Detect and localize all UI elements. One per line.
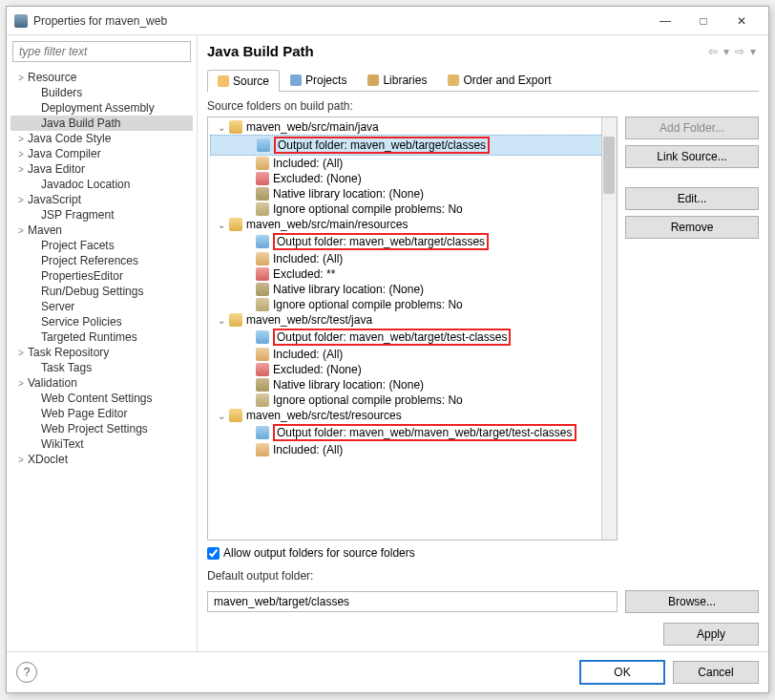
back-arrow-icon[interactable]: ⇦ bbox=[708, 45, 718, 58]
nav-label: Javadoc Location bbox=[41, 178, 130, 191]
out-icon bbox=[257, 138, 270, 152]
tree-node[interactable]: Included: (All) bbox=[210, 442, 615, 457]
tree-node[interactable]: Included: (All) bbox=[210, 251, 615, 266]
expand-icon: > bbox=[14, 134, 28, 144]
tree-node[interactable]: Native library location: (None) bbox=[210, 282, 615, 297]
nav-item[interactable]: Project Facets bbox=[10, 238, 193, 253]
tree-node[interactable]: Output folder: maven_web/target/test-cla… bbox=[210, 328, 615, 347]
nav-item[interactable]: Web Project Settings bbox=[10, 421, 193, 436]
nav-label: Java Code Style bbox=[28, 132, 111, 145]
nav-item[interactable]: >JavaScript bbox=[10, 192, 193, 207]
tree-label: Included: (All) bbox=[273, 348, 343, 361]
apply-button[interactable]: Apply bbox=[663, 623, 759, 646]
nav-item[interactable]: Web Page Editor bbox=[10, 406, 193, 421]
ok-button[interactable]: OK bbox=[579, 660, 665, 685]
scroll-thumb[interactable] bbox=[603, 137, 615, 194]
tab-projects[interactable]: Projects bbox=[280, 69, 357, 91]
tree-node[interactable]: Output folder: maven_web/target/classes bbox=[210, 135, 615, 156]
nav-tree[interactable]: >ResourceBuildersDeployment AssemblyJava… bbox=[7, 68, 197, 651]
back-dropdown-icon[interactable]: ▾ bbox=[723, 45, 729, 58]
tree-node[interactable]: ⌄maven_web/src/test/resources bbox=[210, 408, 615, 423]
source-tree-panel[interactable]: ⌄maven_web/src/main/javaOutput folder: m… bbox=[207, 117, 618, 541]
nav-item[interactable]: Service Policies bbox=[10, 314, 193, 329]
scrollbar[interactable] bbox=[601, 117, 617, 540]
default-output-row: Browse... bbox=[207, 590, 759, 613]
nav-item[interactable]: >Validation bbox=[10, 375, 193, 391]
help-button[interactable]: ? bbox=[16, 662, 37, 683]
add-folder-button[interactable]: Add Folder... bbox=[625, 117, 759, 139]
close-button[interactable]: ✕ bbox=[723, 8, 761, 34]
exc-icon bbox=[256, 363, 269, 376]
nav-item[interactable]: >Resource bbox=[10, 70, 193, 85]
nav-item[interactable]: Java Build Path bbox=[10, 116, 193, 131]
nav-label: Maven bbox=[28, 223, 62, 237]
tree-node[interactable]: Included: (All) bbox=[210, 156, 615, 171]
tree-label: Output folder: maven_web/target/classes bbox=[273, 233, 489, 250]
tab-libraries[interactable]: Libraries bbox=[357, 69, 437, 91]
forward-arrow-icon[interactable]: ⇨ bbox=[735, 45, 744, 58]
nav-item[interactable]: PropertiesEditor bbox=[10, 268, 193, 284]
tree-label: Native library location: (None) bbox=[273, 283, 424, 296]
nav-label: Targeted Runtimes bbox=[41, 330, 137, 344]
nav-item[interactable]: Builders bbox=[10, 85, 193, 100]
nav-item[interactable]: >Task Repository bbox=[10, 345, 193, 360]
tree-node[interactable]: Included: (All) bbox=[210, 347, 615, 362]
nav-item[interactable]: Task Tags bbox=[10, 360, 193, 375]
nav-label: Web Page Editor bbox=[41, 407, 128, 420]
tree-node[interactable]: ⌄maven_web/src/main/resources bbox=[210, 217, 615, 232]
nav-item[interactable]: >Java Editor bbox=[10, 161, 193, 177]
tree-label: Ignore optional compile problems: No bbox=[273, 202, 463, 216]
nav-label: Project Facets bbox=[41, 239, 115, 252]
tab-order-export[interactable]: Order and Export bbox=[437, 69, 561, 91]
tree-node[interactable]: Ignore optional compile problems: No bbox=[210, 297, 615, 312]
nav-item[interactable]: Project References bbox=[10, 253, 193, 268]
nav-item[interactable]: Run/Debug Settings bbox=[10, 284, 193, 299]
tree-label: maven_web/src/test/resources bbox=[246, 409, 402, 422]
cancel-button[interactable]: Cancel bbox=[673, 661, 759, 684]
forward-dropdown-icon[interactable]: ▾ bbox=[750, 45, 756, 58]
nav-item[interactable]: Web Content Settings bbox=[10, 391, 193, 406]
tree-node[interactable]: Native library location: (None) bbox=[210, 377, 615, 392]
nav-label: Builders bbox=[41, 86, 82, 99]
tree-node[interactable]: Excluded: (None) bbox=[210, 171, 615, 186]
default-output-input[interactable] bbox=[207, 591, 618, 612]
folder-icon bbox=[229, 218, 242, 231]
nav-item[interactable]: >Java Compiler bbox=[10, 146, 193, 161]
tab-source[interactable]: Source bbox=[207, 70, 280, 92]
nav-label: Validation bbox=[28, 376, 77, 390]
nav-item[interactable]: Deployment Assembly bbox=[10, 100, 193, 116]
tree-twisty-icon: ⌄ bbox=[214, 315, 229, 326]
nav-item[interactable]: Javadoc Location bbox=[10, 177, 193, 192]
window-title: Properties for maven_web bbox=[33, 14, 646, 28]
tree-node[interactable]: ⌄maven_web/src/test/java bbox=[210, 312, 615, 328]
remove-button[interactable]: Remove bbox=[625, 216, 759, 239]
edit-button[interactable]: Edit... bbox=[625, 187, 759, 210]
nav-item[interactable]: >Maven bbox=[10, 223, 193, 238]
browse-button[interactable]: Browse... bbox=[625, 590, 759, 613]
nav-item[interactable]: >Java Code Style bbox=[10, 131, 193, 146]
nav-item[interactable]: WikiText bbox=[10, 436, 193, 452]
tree-node[interactable]: Ignore optional compile problems: No bbox=[210, 202, 615, 217]
default-output-label: Default output folder: bbox=[207, 569, 759, 583]
minimize-button[interactable]: — bbox=[646, 8, 684, 34]
link-source-button[interactable]: Link Source... bbox=[625, 145, 759, 168]
tree-node[interactable]: Ignore optional compile problems: No bbox=[210, 392, 615, 408]
maximize-button[interactable]: □ bbox=[684, 8, 723, 34]
nav-item[interactable]: Targeted Runtimes bbox=[10, 329, 193, 345]
filter-input[interactable] bbox=[12, 41, 191, 62]
nav-item[interactable]: >XDoclet bbox=[10, 452, 193, 467]
tree-node[interactable]: ⌄maven_web/src/main/java bbox=[210, 119, 615, 135]
tree-node[interactable]: Excluded: (None) bbox=[210, 362, 615, 377]
tree-twisty-icon: ⌄ bbox=[214, 411, 229, 421]
tree-twisty-icon: ⌄ bbox=[214, 220, 229, 230]
allow-output-row: Allow output folders for source folders bbox=[207, 546, 759, 560]
properties-dialog: Properties for maven_web — □ ✕ >Resource… bbox=[6, 6, 769, 693]
main-header: Java Build Path ⇦ ▾ ⇨ ▾ bbox=[207, 43, 759, 59]
tree-node[interactable]: Output folder: maven_web/maven_web/targe… bbox=[210, 423, 615, 442]
nav-item[interactable]: Server bbox=[10, 299, 193, 314]
tree-node[interactable]: Native library location: (None) bbox=[210, 186, 615, 202]
allow-output-checkbox[interactable] bbox=[207, 547, 220, 560]
tree-node[interactable]: Output folder: maven_web/target/classes bbox=[210, 232, 615, 251]
tree-node[interactable]: Excluded: ** bbox=[210, 266, 615, 282]
nav-item[interactable]: JSP Fragment bbox=[10, 207, 193, 223]
